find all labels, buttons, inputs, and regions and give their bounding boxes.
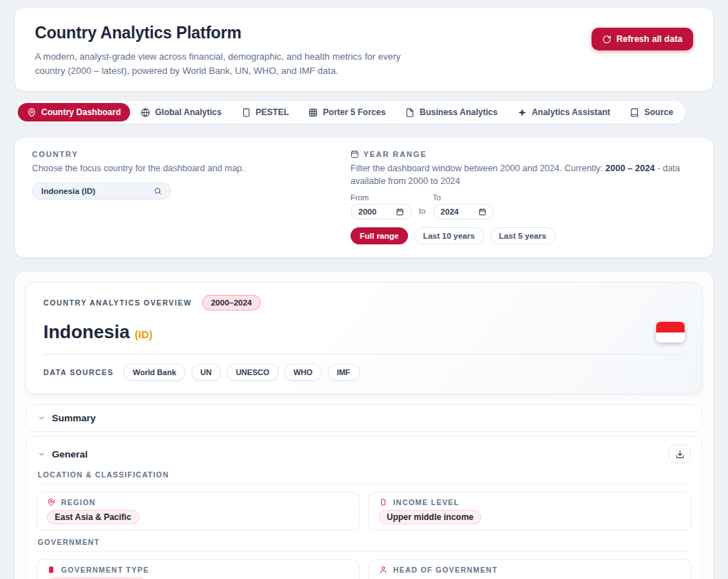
data-source-pill: UN [191, 364, 221, 381]
main-nav: Country Dashboard Global Analytics PESTE… [14, 100, 686, 124]
filter-bar: COUNTRY Choose the focus country for the… [14, 137, 714, 258]
book-icon [630, 108, 639, 117]
country-name: Indonesia [43, 321, 129, 342]
general-title: General [52, 449, 87, 460]
sparkle-icon [518, 108, 527, 117]
country-overview-card: COUNTRY ANALYTICS OVERVIEW 2000–2024 Ind… [26, 282, 702, 394]
banknote-icon [379, 498, 387, 507]
building-icon [47, 566, 55, 574]
page: Country Analytics Platform A modern, ana… [0, 0, 728, 579]
data-source-pill: UNESCO [227, 364, 279, 381]
country-filter: COUNTRY Choose the focus country for the… [32, 150, 316, 244]
to-year-input[interactable] [441, 207, 471, 216]
field-card: GOVERNMENT TYPE Presidential republic [36, 559, 360, 579]
from-year-input[interactable] [358, 207, 388, 216]
country-input[interactable] [41, 187, 148, 195]
calendar-icon[interactable] [478, 208, 486, 216]
year-presets: Full range Last 10 years Last 5 years [350, 227, 696, 244]
subsection: GOVERNMENT GOVERNMENT TYPE Presidential … [36, 532, 692, 579]
field-value: East Asia & Pacific [47, 510, 139, 524]
year-preset-chip[interactable]: Full range [350, 227, 408, 244]
flag-red-stripe [656, 322, 685, 332]
field-value: Upper middle income [379, 510, 481, 524]
year-range-description: Filter the dashboard window between 2000… [350, 163, 696, 188]
range-separator: to [419, 207, 426, 220]
to-year-picker[interactable] [433, 204, 494, 220]
year-range-current: 2000 – 2024 [606, 163, 655, 173]
summary-title: Summary [52, 413, 96, 423]
country-select[interactable] [32, 183, 171, 200]
search-icon[interactable] [154, 187, 162, 195]
field-label: REGION [61, 498, 96, 507]
nav-tab[interactable]: Porter 5 Forces [299, 103, 395, 121]
nav-tab[interactable]: Source [621, 103, 682, 121]
nav-tab[interactable]: Analytics Assistant [508, 103, 619, 121]
map-pin-icon [47, 498, 55, 507]
general-subsections: LOCATION & CLASSIFICATION REGION East As… [36, 465, 692, 579]
field-grid: GOVERNMENT TYPE Presidential republic HE… [36, 559, 692, 579]
year-range-inputs: From to To [350, 193, 696, 220]
overview-eyebrow: COUNTRY ANALYTICS OVERVIEW [43, 298, 192, 307]
data-sources-label: DATA SOURCES [43, 368, 114, 377]
general-toggle[interactable]: General [38, 448, 87, 461]
field-label-row: INCOME LEVEL [379, 498, 681, 507]
refresh-icon [602, 35, 611, 44]
year-preset-chip[interactable]: Last 5 years [490, 227, 556, 244]
year-preset-label: Full range [360, 232, 399, 240]
subsection: LOCATION & CLASSIFICATION REGION East As… [36, 465, 692, 531]
download-button[interactable] [669, 445, 690, 463]
subsection-heading: LOCATION & CLASSIFICATION [36, 465, 692, 485]
indonesia-flag [656, 322, 685, 342]
country-label: COUNTRY [32, 150, 316, 158]
from-year-field: From [350, 193, 412, 220]
table-grid-icon [309, 108, 318, 117]
field-label-row: GOVERNMENT TYPE [47, 566, 349, 574]
year-preset-chip[interactable]: Last 10 years [414, 227, 484, 244]
calendar-icon[interactable] [396, 208, 404, 216]
overview-title-row: Indonesia (ID) [43, 321, 685, 343]
dashboard-panel: COUNTRY ANALYTICS OVERVIEW 2000–2024 Ind… [14, 271, 714, 579]
header-text: Country Analytics Platform A modern, ana… [35, 23, 429, 78]
year-range-label: YEAR RANGE [363, 150, 427, 158]
globe-icon [141, 108, 150, 117]
from-year-picker[interactable] [350, 204, 412, 220]
summary-section: Summary [26, 404, 702, 432]
general-header: General [36, 445, 692, 465]
summary-toggle[interactable]: Summary [38, 411, 96, 425]
nav-tab[interactable]: PESTEL [232, 103, 299, 121]
data-source-pill: WHO [284, 364, 322, 381]
general-section: General LOCATION & CLASSIFICATION [26, 436, 702, 579]
field-card: INCOME LEVEL Upper middle income [368, 492, 692, 531]
chevron-down-icon [38, 450, 46, 458]
flag-white-stripe [656, 332, 685, 343]
nav-tab-label: Porter 5 Forces [323, 107, 385, 117]
nav-tab-label: Business Analytics [419, 107, 498, 117]
page-subtitle: A modern, analyst-grade view across fina… [35, 50, 429, 78]
calendar-icon [350, 150, 359, 158]
overview-header: COUNTRY ANALYTICS OVERVIEW 2000–2024 [43, 295, 685, 310]
nav-tab[interactable]: Global Analytics [132, 103, 231, 121]
user-icon [379, 566, 387, 574]
field-label-row: REGION [47, 498, 349, 507]
subsection-heading: GOVERNMENT [36, 532, 692, 552]
nav-tab-label: Source [644, 107, 673, 117]
nav-tab[interactable]: Country Dashboard [18, 103, 130, 121]
field-label: HEAD OF GOVERNMENT [393, 566, 498, 574]
year-preset-label: Last 10 years [423, 232, 475, 240]
data-source-pill: World Bank [124, 364, 186, 381]
country-description: Choose the focus country for the dashboa… [32, 163, 316, 175]
header: Country Analytics Platform A modern, ana… [14, 7, 714, 92]
nav-tab[interactable]: Business Analytics [396, 103, 507, 121]
refresh-all-data-button[interactable]: Refresh all data [592, 28, 693, 50]
data-sources-row: DATA SOURCES World Bank UN UNESCO WHO IM… [43, 364, 685, 381]
data-source-pills: World Bank UN UNESCO WHO IMF [124, 364, 360, 381]
nav-tab-label: Analytics Assistant [532, 107, 610, 117]
page-title: Country Analytics Platform [35, 23, 429, 43]
year-preset-label: Last 5 years [499, 232, 547, 240]
field-label: INCOME LEVEL [393, 498, 459, 507]
chevron-down-icon [38, 414, 46, 422]
range-badge: 2000–2024 [202, 295, 262, 310]
data-source-pill: IMF [328, 364, 360, 381]
country-title: Indonesia (ID) [43, 321, 153, 343]
field-card: REGION East Asia & Pacific [36, 492, 360, 531]
